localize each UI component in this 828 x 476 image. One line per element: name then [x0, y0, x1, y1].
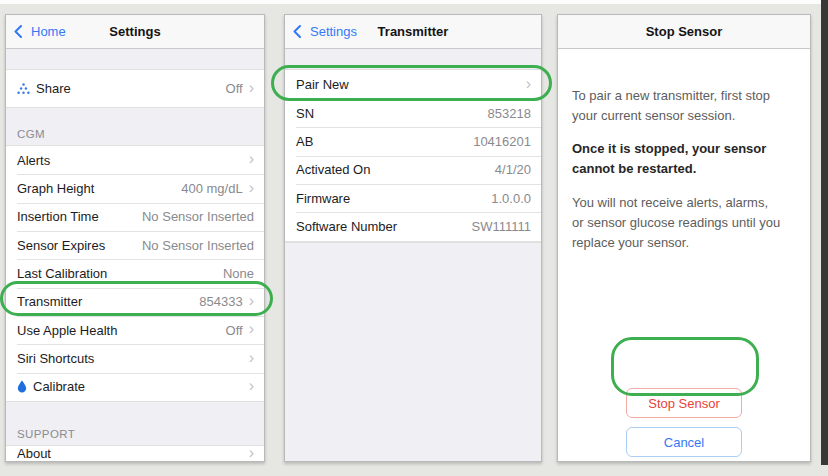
- list-item-graph-height[interactable]: Graph Height 400 mg/dL: [6, 174, 264, 202]
- screenshot-canvas: Home Settings: [0, 0, 828, 476]
- row-value: Off: [226, 323, 243, 338]
- chevron-right-icon: [249, 445, 254, 461]
- back-chevron-icon: [14, 25, 22, 38]
- page-title: Stop Sensor: [646, 24, 723, 39]
- row-value: Off: [226, 81, 243, 96]
- back-to-settings-button[interactable]: Settings: [293, 15, 357, 48]
- list-item-share[interactable]: Share Off: [6, 70, 264, 107]
- section-header-support: SUPPORT: [6, 402, 264, 445]
- row-label: Graph Height: [17, 181, 94, 196]
- row-label: Transmitter: [17, 294, 82, 309]
- row-value: 854333: [199, 294, 242, 309]
- section-spacer: [6, 49, 264, 69]
- list-item-activated-on[interactable]: Activated On 4/1/20: [285, 156, 541, 184]
- list-item-insertion-time[interactable]: Insertion Time No Sensor Inserted: [6, 203, 264, 231]
- row-label: Pair New: [296, 77, 349, 92]
- list-footer-area: [285, 242, 541, 461]
- section-label: CGM: [17, 128, 45, 140]
- transmitter-screen: Settings Transmitter Pair New SN 853218 …: [284, 14, 542, 462]
- row-label: About: [17, 446, 51, 461]
- back-chevron-icon: [293, 25, 301, 38]
- chevron-right-icon: [249, 378, 254, 394]
- transmitter-nav-bar: Settings Transmitter: [285, 15, 541, 49]
- section-label: SUPPORT: [17, 428, 75, 440]
- row-value: No Sensor Inserted: [142, 209, 254, 224]
- row-value: SW111111: [472, 219, 532, 234]
- cancel-button[interactable]: Cancel: [626, 427, 742, 457]
- stop-sensor-screen: Stop Sensor To pair a new transmitter, f…: [557, 14, 811, 462]
- info-paragraph: You will not receive alerts, alarms, or …: [572, 193, 782, 253]
- stop-sensor-body: To pair a new transmitter, first stop yo…: [558, 49, 810, 461]
- row-label: Software Number: [296, 219, 397, 234]
- list-item-sensor-expires[interactable]: Sensor Expires No Sensor Inserted: [6, 231, 264, 259]
- list-item-transmitter[interactable]: Transmitter 854333: [6, 288, 264, 316]
- water-drop-icon: [17, 380, 27, 393]
- section-header-cgm: CGM: [6, 108, 264, 145]
- list-item-calibrate[interactable]: Calibrate: [6, 373, 264, 401]
- warning-paragraph: Once it is stopped, your sensor cannot b…: [572, 139, 782, 179]
- row-value: No Sensor Inserted: [142, 238, 254, 253]
- row-label: Firmware: [296, 191, 350, 206]
- row-label: Calibrate: [33, 379, 85, 394]
- back-label: Home: [31, 24, 66, 39]
- list-item-pair-new[interactable]: Pair New: [285, 70, 541, 99]
- chevron-right-icon: [249, 180, 254, 196]
- chevron-right-icon: [249, 151, 254, 167]
- list-item-sn[interactable]: SN 853218: [285, 99, 541, 127]
- row-label: Alerts: [17, 153, 50, 168]
- row-label: Siri Shortcuts: [17, 351, 94, 366]
- row-label: Use Apple Health: [17, 323, 117, 338]
- stop-sensor-nav-bar: Stop Sensor: [558, 15, 810, 49]
- section-spacer: [285, 49, 541, 69]
- chevron-right-icon: [249, 321, 254, 337]
- top-strip: [0, 0, 821, 4]
- list-item-about[interactable]: About: [6, 445, 264, 461]
- stop-sensor-button[interactable]: Stop Sensor: [626, 388, 742, 418]
- list-item-last-calibration[interactable]: Last Calibration None: [6, 259, 264, 287]
- row-label: AB: [296, 134, 313, 149]
- chevron-right-icon: [526, 76, 531, 92]
- chevron-right-icon: [249, 293, 254, 309]
- back-label: Settings: [310, 24, 357, 39]
- row-value: 4/1/20: [495, 162, 531, 177]
- row-label: Insertion Time: [17, 209, 99, 224]
- row-label: Sensor Expires: [17, 238, 105, 253]
- list-item-software-number[interactable]: Software Number SW111111: [285, 212, 541, 240]
- list-item-siri-shortcuts[interactable]: Siri Shortcuts: [6, 344, 264, 372]
- share-dots-icon: [17, 83, 30, 95]
- row-value: 10416201: [473, 134, 531, 149]
- back-to-home-button[interactable]: Home: [14, 15, 66, 48]
- right-edge-bar: [821, 0, 828, 465]
- list-item-firmware[interactable]: Firmware 1.0.0.0: [285, 184, 541, 212]
- settings-screen: Home Settings: [5, 14, 265, 462]
- list-item-ab[interactable]: AB 10416201: [285, 127, 541, 155]
- row-value: 1.0.0.0: [491, 191, 531, 206]
- row-label: SN: [296, 106, 314, 121]
- chevron-right-icon: [249, 80, 254, 96]
- row-label: Share: [36, 81, 71, 96]
- row-value: 853218: [488, 106, 531, 121]
- info-paragraph: To pair a new transmitter, first stop yo…: [572, 86, 782, 126]
- list-item-alerts[interactable]: Alerts: [6, 146, 264, 174]
- row-label: Activated On: [296, 162, 370, 177]
- list-item-use-apple-health[interactable]: Use Apple Health Off: [6, 316, 264, 344]
- row-label: Last Calibration: [17, 266, 107, 281]
- settings-nav-bar: Home Settings: [6, 15, 264, 49]
- chevron-right-icon: [249, 350, 254, 366]
- page-title: Settings: [109, 24, 160, 39]
- row-value: 400 mg/dL: [181, 181, 242, 196]
- row-value: None: [223, 266, 254, 281]
- page-title: Transmitter: [378, 24, 449, 39]
